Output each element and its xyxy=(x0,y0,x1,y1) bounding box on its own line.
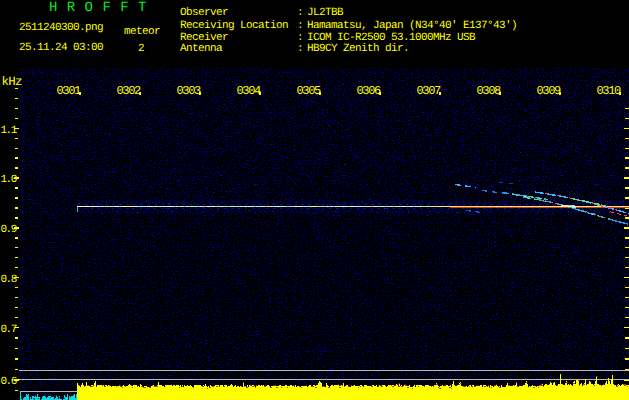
svg-text::: : xyxy=(297,20,303,32)
svg-text:0310: 0310 xyxy=(596,84,621,98)
svg-text:0305: 0305 xyxy=(296,84,321,98)
svg-text:0303: 0303 xyxy=(176,84,201,98)
svg-text:Hamamatsu, Japan (N34°40' E137: Hamamatsu, Japan (N34°40' E137°43') xyxy=(307,20,517,32)
svg-text:0.8: 0.8 xyxy=(1,274,17,286)
svg-text:Observer: Observer xyxy=(180,7,228,19)
svg-text:Receiving Location: Receiving Location xyxy=(180,20,288,32)
svg-text:0.9: 0.9 xyxy=(1,224,17,236)
svg-text::: : xyxy=(297,7,303,19)
svg-text:2: 2 xyxy=(138,43,144,55)
svg-text:HROFFT: HROFFT xyxy=(49,0,156,16)
svg-text:JL2TBB: JL2TBB xyxy=(307,7,344,19)
svg-text:Antenna: Antenna xyxy=(180,43,223,55)
svg-text:1.0: 1.0 xyxy=(1,174,17,186)
svg-text:0304: 0304 xyxy=(236,84,261,98)
svg-text:0308: 0308 xyxy=(476,84,501,98)
svg-text:meteor: meteor xyxy=(124,26,160,38)
svg-text:0307: 0307 xyxy=(416,84,441,98)
svg-text:0309: 0309 xyxy=(536,84,561,98)
svg-text:25.11.24 03:00: 25.11.24 03:00 xyxy=(19,42,103,54)
svg-text:0.6: 0.6 xyxy=(1,376,17,388)
svg-text:kHz: kHz xyxy=(2,75,22,89)
svg-text::: : xyxy=(297,43,303,55)
svg-text:0306: 0306 xyxy=(356,84,381,98)
svg-text:0301: 0301 xyxy=(56,84,81,98)
svg-text:1.1: 1.1 xyxy=(1,125,18,137)
svg-text:HB9CY Zenith dir.: HB9CY Zenith dir. xyxy=(307,43,409,55)
svg-text:2511240300.png: 2511240300.png xyxy=(19,22,103,34)
svg-text:0302: 0302 xyxy=(116,84,141,98)
svg-text:0.7: 0.7 xyxy=(1,324,17,336)
